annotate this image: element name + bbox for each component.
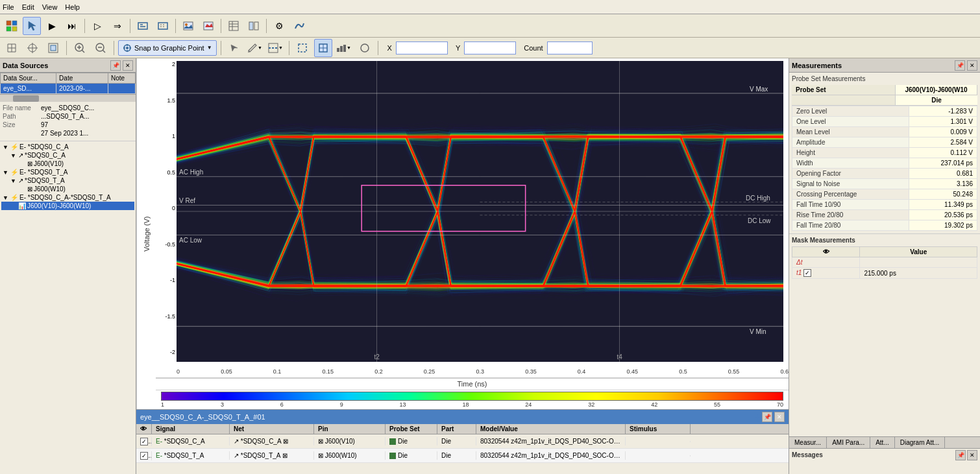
y-tick-2: 2 xyxy=(172,61,175,67)
x-input[interactable] xyxy=(396,41,448,54)
expand-e7[interactable]: ▼ xyxy=(3,195,9,201)
menu-view[interactable]: View xyxy=(42,3,58,11)
expand-e1[interactable]: ▼ xyxy=(3,144,9,150)
add-row-icon[interactable]: + xyxy=(755,412,760,422)
separator4 xyxy=(221,19,221,33)
measurement-row: Signal to Noise3.136 xyxy=(792,179,977,189)
row1-model: 80320544 z42m_1p1v_it_DQS_PD40_SOC-OD... xyxy=(476,437,626,445)
tb-btn-curve[interactable] xyxy=(290,17,308,35)
chart-inner[interactable]: 2 1.5 1 0.5 0 -0.5 -1 -1.5 -2 0 xyxy=(156,58,789,378)
tb-zoom-out[interactable] xyxy=(92,39,110,57)
tb-circle[interactable] xyxy=(356,39,374,57)
tree-item-e3[interactable]: ⊠ J600(V10) xyxy=(1,160,134,168)
th-net: Net xyxy=(230,424,314,434)
svg-rect-13 xyxy=(229,21,238,30)
snap-to-graphic-point-btn[interactable]: Snap to Graphic Point ▼ xyxy=(118,40,217,56)
tb-mode-dash[interactable]: ▼ xyxy=(267,39,285,57)
y-tick-1_5: 1.5 xyxy=(167,97,175,104)
tb-mode-arrow[interactable] xyxy=(225,39,243,57)
bottom-row-2[interactable]: ✓ E- *SDQS0_T_A ↗ *SDQS0_T_A ⊠ ⊠ J600(W1… xyxy=(136,449,789,463)
mask-th-eye: 👁 xyxy=(792,247,860,257)
tree-item-e2[interactable]: ▼ ↗ *SDQS0_C_A xyxy=(1,151,134,160)
bottom-pin-icon[interactable]: 📌 xyxy=(762,412,772,422)
tb-frame[interactable] xyxy=(44,39,62,57)
tree-item-e5[interactable]: ▼ ↗ *SDQS0_T_A xyxy=(1,176,134,185)
msg-close-icon[interactable]: ✕ xyxy=(967,450,977,460)
svg-point-52 xyxy=(361,44,369,52)
menu-file[interactable]: File xyxy=(3,3,14,11)
tb-btn-e2[interactable] xyxy=(154,17,172,35)
meas-value: 0.112 V xyxy=(909,148,977,158)
bottom-panel: eye__SDQS0_C_A-_SDQS0_T_A_#01 + 📌 ✕ 👁 Si… xyxy=(136,409,789,474)
colorbar-section: 1 3 6 9 13 18 24 32 42 55 70 xyxy=(156,390,789,409)
tree-item-e4[interactable]: ▼ ⚡ E- *SDQS0_T_A xyxy=(1,168,134,176)
y-tick-0_5: 0.5 xyxy=(167,169,175,176)
tree-item-e8[interactable]: 📊 J600(V10)-J600(W10) xyxy=(1,202,134,210)
mask-row-delta: Δt xyxy=(792,257,977,268)
tb-btn-img2[interactable] xyxy=(199,17,217,35)
menu-edit[interactable]: Edit xyxy=(22,3,34,11)
tb-crosshair[interactable] xyxy=(23,39,42,57)
tb-bar-chart[interactable]: ▼ xyxy=(335,39,353,57)
right-panel: Measurements 📌 ✕ Probe Set Measurements … xyxy=(789,58,980,474)
tb-btn-select[interactable] xyxy=(23,17,41,35)
x-tick-0_3: 0.3 xyxy=(476,368,484,375)
bottom-close-icon[interactable]: ✕ xyxy=(774,412,785,422)
tb-rect-select[interactable] xyxy=(293,39,312,57)
ds-row-1[interactable]: eye_SD... 2023-09-... xyxy=(1,84,136,94)
right-close-icon[interactable]: ✕ xyxy=(967,60,977,71)
tree-item-e6[interactable]: ⊠ J600(W10) xyxy=(1,185,134,193)
tb-btn-gear[interactable]: ⚙ xyxy=(270,17,288,35)
svg-rect-45 xyxy=(299,44,306,52)
sep-r1 xyxy=(66,41,67,55)
tb-btn-img1[interactable] xyxy=(179,17,197,35)
tb-mode-pencil[interactable]: ▼ xyxy=(246,39,264,57)
center-area: Voltage (V) 2 1.5 1 0.5 0 -0.5 -1 -1.5 -… xyxy=(136,58,789,474)
tb-crosshair2[interactable] xyxy=(314,39,332,57)
meas-label: One Level xyxy=(792,117,909,127)
tb-btn-play[interactable]: ▶ xyxy=(43,17,61,35)
y-input[interactable] xyxy=(464,41,516,54)
tb-btn-table[interactable] xyxy=(225,17,243,35)
menu-help[interactable]: Help xyxy=(65,3,80,11)
meas-value: 237.014 ps xyxy=(909,158,977,169)
mask-delta-label: Δt xyxy=(792,257,860,268)
tab-measurements[interactable]: Measur... xyxy=(789,437,827,448)
expand-e2[interactable]: ▼ xyxy=(10,152,17,159)
tab-ami-para[interactable]: AMI Para... xyxy=(827,437,870,448)
tb-btn-arrow2[interactable]: ⇒ xyxy=(108,17,127,35)
tree-item-e1[interactable]: ▼ ⚡ E- *SDQS0_C_A xyxy=(1,143,134,151)
tb-btn-play2[interactable]: ⏭ xyxy=(63,17,81,35)
tb-btn-table2[interactable] xyxy=(245,17,263,35)
tree-item-e7[interactable]: ▼ ⚡ E- *SDQS0_C_A-*SDQS0_T_A xyxy=(1,193,134,202)
count-input[interactable] xyxy=(547,41,593,54)
x-tick-0_4: 0.4 xyxy=(578,368,586,375)
row1-pin: ⊠ J600(V10) xyxy=(314,437,386,445)
eye-diagram-canvas[interactable] xyxy=(177,61,783,362)
bottom-header-icons: + 📌 ✕ xyxy=(755,412,785,422)
panel-close-icon[interactable]: ✕ xyxy=(123,60,133,71)
colorbar-ticks: 1 3 6 9 13 18 24 32 42 55 70 xyxy=(161,401,783,408)
scrollbar-horizontal[interactable] xyxy=(0,94,136,102)
svg-point-11 xyxy=(185,23,188,26)
expand-e4[interactable]: ▼ xyxy=(3,169,9,176)
tb-grid[interactable] xyxy=(3,39,21,57)
measurement-row: Fall Time 10/9011.349 ps xyxy=(792,200,977,210)
cb-1: 1 xyxy=(161,401,164,408)
tb-btn-e1[interactable] xyxy=(134,17,152,35)
panel-pin-icon[interactable]: 📌 xyxy=(110,60,121,71)
right-pin-icon[interactable]: 📌 xyxy=(955,60,965,71)
tab-diagram-att[interactable]: Diagram Att... xyxy=(895,437,946,448)
tb-zoom-in[interactable] xyxy=(71,39,89,57)
tab-att[interactable]: Att... xyxy=(870,437,895,448)
th-stimulus: Stimulus xyxy=(626,424,691,434)
row1-check[interactable]: ✓ xyxy=(136,437,152,446)
tb-btn-arrow[interactable]: ▷ xyxy=(88,17,106,35)
row2-check[interactable]: ✓ xyxy=(136,451,152,460)
expand-e5[interactable]: ▼ xyxy=(10,178,17,184)
msg-pin-icon[interactable]: 📌 xyxy=(955,450,966,460)
measurement-row: Opening Factor0.681 xyxy=(792,169,977,179)
bottom-row-1[interactable]: ✓ E- *SDQS0_C_A ↗ *SDQS0_C_A ⊠ ⊠ J600(V1… xyxy=(136,434,789,449)
tb-btn-1[interactable] xyxy=(3,17,21,35)
svg-rect-51 xyxy=(343,45,346,52)
